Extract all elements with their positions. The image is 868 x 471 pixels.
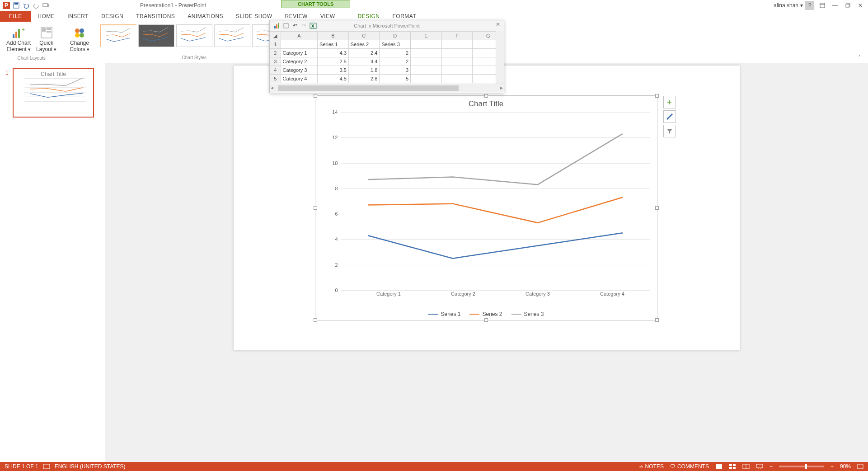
ribbon-display-options-icon[interactable] — [816, 1, 828, 10]
chart-styles-button[interactable] — [663, 110, 676, 123]
slide-canvas[interactable]: Chart Title 02468101214 Category 1Catego… — [234, 66, 740, 350]
slide-indicator[interactable]: SLIDE 1 OF 1 — [5, 463, 38, 470]
data-cell[interactable]: 2 — [380, 49, 411, 57]
notes-button[interactable]: ≐ NOTES — [639, 463, 664, 470]
column-header[interactable]: E — [411, 32, 442, 40]
row-header[interactable]: 1 — [270, 40, 281, 49]
data-cell[interactable] — [441, 49, 473, 57]
data-cell[interactable] — [411, 75, 442, 83]
chart-style-thumb[interactable] — [138, 24, 174, 47]
data-cell[interactable] — [411, 49, 442, 57]
reading-view-icon[interactable] — [742, 464, 750, 469]
add-chart-element-button[interactable]: + Add Chart Element ▾ — [4, 24, 33, 55]
legend-item[interactable]: Series 1 — [428, 311, 460, 317]
legend-item[interactable]: Series 3 — [511, 311, 544, 317]
legend-item[interactable]: Series 2 — [469, 311, 502, 317]
chart-style-thumb[interactable] — [100, 24, 136, 47]
data-cell[interactable]: Category 1 — [281, 49, 318, 57]
data-cell[interactable]: Category 4 — [281, 75, 318, 83]
chart-title[interactable]: Chart Title — [315, 96, 657, 112]
change-colors-button[interactable]: Change Colors ▾ — [67, 24, 92, 55]
data-cell[interactable]: Series 1 — [318, 40, 349, 49]
chart-style-thumb[interactable] — [176, 24, 212, 47]
row-header[interactable]: 3 — [270, 57, 281, 66]
tab-design[interactable]: DESIGN — [95, 11, 130, 22]
column-header[interactable]: C — [348, 32, 380, 40]
column-header[interactable]: D — [380, 32, 411, 40]
data-cell[interactable] — [441, 66, 473, 75]
data-cell[interactable]: Category 3 — [281, 66, 318, 75]
save-icon[interactable] — [12, 1, 21, 10]
help-icon[interactable]: ? — [804, 1, 816, 10]
resize-handle[interactable] — [655, 94, 659, 98]
slideshow-view-icon[interactable] — [756, 464, 763, 469]
zoom-slider[interactable] — [779, 466, 824, 467]
normal-view-icon[interactable] — [715, 464, 723, 469]
fit-to-window-icon[interactable] — [857, 464, 863, 469]
data-cell[interactable]: 1.8 — [348, 66, 380, 75]
data-cell[interactable]: 3 — [380, 66, 411, 75]
resize-handle[interactable] — [655, 206, 659, 210]
zoom-level[interactable]: 90% — [840, 463, 851, 470]
data-cell[interactable] — [441, 57, 473, 66]
redo-icon[interactable]: ↷ — [300, 21, 309, 30]
edit-in-excel-icon[interactable]: x — [309, 21, 318, 30]
column-header[interactable]: A — [281, 32, 318, 40]
close-icon[interactable]: ✕ — [854, 1, 866, 10]
horizontal-scrollbar[interactable]: ◂ ▸ — [270, 84, 504, 92]
spell-check-icon[interactable] — [43, 464, 50, 469]
series-line[interactable] — [368, 233, 623, 258]
data-cell[interactable]: 2 — [380, 57, 411, 66]
resize-handle[interactable] — [314, 206, 317, 210]
row-header[interactable]: 5 — [270, 75, 281, 83]
data-grid[interactable]: ◢ABCDEFG1Series 1Series 2Series 32Catego… — [270, 31, 504, 84]
series-line[interactable] — [368, 134, 623, 185]
slide-editor[interactable]: Chart Title 02468101214 Category 1Catego… — [105, 63, 868, 462]
data-cell[interactable] — [281, 40, 318, 49]
series-line[interactable] — [368, 198, 623, 223]
slide-thumbnail-panel[interactable]: 1 Chart Title — [0, 63, 105, 462]
data-cell[interactable] — [411, 66, 442, 75]
start-from-beginning-icon[interactable] — [42, 1, 51, 10]
data-cell[interactable]: 2.4 — [348, 49, 380, 57]
plot-area[interactable]: 02468101214 Category 1Category 2Category… — [327, 112, 650, 290]
resize-handle[interactable] — [655, 318, 659, 322]
zoom-out-button[interactable]: − — [769, 463, 773, 470]
vertical-scrollbar[interactable] — [496, 31, 504, 85]
redo-icon[interactable] — [32, 1, 41, 10]
undo-icon[interactable] — [22, 1, 31, 10]
save-icon[interactable] — [282, 21, 291, 30]
undo-icon[interactable]: ↶ — [291, 21, 300, 30]
data-cell[interactable]: 2.8 — [348, 75, 380, 83]
row-header[interactable]: 4 — [270, 66, 281, 75]
data-cell[interactable]: Series 3 — [380, 40, 411, 49]
resize-handle[interactable] — [484, 318, 488, 322]
data-cell[interactable]: 4.4 — [348, 57, 380, 66]
select-all-cell[interactable]: ◢ — [270, 32, 281, 40]
tab-transitions[interactable]: TRANSITIONS — [130, 11, 181, 22]
quick-layout-button[interactable]: Quick Layout ▾ — [33, 24, 59, 55]
resize-handle[interactable] — [314, 94, 317, 98]
minimize-icon[interactable]: — — [829, 1, 841, 10]
chart-elements-button[interactable]: + — [663, 96, 676, 108]
comments-button[interactable]: 🗨 COMMENTS — [670, 463, 709, 470]
data-cell[interactable]: Series 2 — [348, 40, 380, 49]
data-cell[interactable] — [441, 40, 473, 49]
data-cell[interactable]: 3.5 — [318, 66, 349, 75]
chart-object[interactable]: Chart Title 02468101214 Category 1Catego… — [315, 95, 657, 320]
data-cell[interactable]: 5 — [380, 75, 411, 83]
data-cell[interactable] — [441, 75, 473, 83]
resize-handle[interactable] — [314, 318, 317, 322]
data-cell[interactable]: 4.5 — [318, 75, 349, 83]
legend[interactable]: Series 1Series 2Series 3 — [315, 311, 657, 317]
tab-animations[interactable]: ANIMATIONS — [181, 11, 230, 22]
resize-handle[interactable] — [484, 94, 488, 98]
chart-filters-button[interactable] — [663, 125, 676, 137]
data-cell[interactable]: Category 2 — [281, 57, 318, 66]
column-header[interactable]: F — [441, 32, 473, 40]
row-header[interactable]: 2 — [270, 49, 281, 57]
data-cell[interactable]: 2.5 — [318, 57, 349, 66]
slide-sorter-view-icon[interactable] — [729, 464, 736, 469]
data-cell[interactable] — [411, 57, 442, 66]
column-header[interactable]: B — [318, 32, 349, 40]
